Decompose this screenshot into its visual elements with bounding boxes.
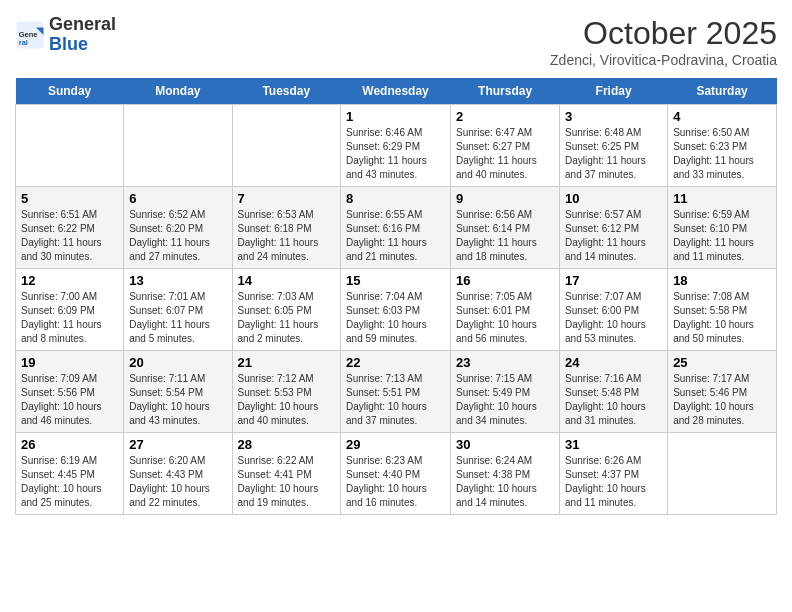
- calendar-cell: 23Sunrise: 7:15 AM Sunset: 5:49 PM Dayli…: [451, 351, 560, 433]
- logo-blue: Blue: [49, 34, 88, 54]
- day-number: 22: [346, 355, 445, 370]
- day-number: 10: [565, 191, 662, 206]
- day-number: 28: [238, 437, 336, 452]
- day-number: 26: [21, 437, 118, 452]
- calendar-cell: 1Sunrise: 6:46 AM Sunset: 6:29 PM Daylig…: [341, 105, 451, 187]
- day-info: Sunrise: 6:22 AM Sunset: 4:41 PM Dayligh…: [238, 454, 336, 510]
- day-number: 24: [565, 355, 662, 370]
- day-number: 13: [129, 273, 226, 288]
- calendar-cell: 15Sunrise: 7:04 AM Sunset: 6:03 PM Dayli…: [341, 269, 451, 351]
- day-info: Sunrise: 6:20 AM Sunset: 4:43 PM Dayligh…: [129, 454, 226, 510]
- calendar-cell: 24Sunrise: 7:16 AM Sunset: 5:48 PM Dayli…: [560, 351, 668, 433]
- page-header: Gene ral General Blue October 2025 Zdenc…: [15, 15, 777, 68]
- day-number: 29: [346, 437, 445, 452]
- day-info: Sunrise: 7:04 AM Sunset: 6:03 PM Dayligh…: [346, 290, 445, 346]
- day-info: Sunrise: 6:26 AM Sunset: 4:37 PM Dayligh…: [565, 454, 662, 510]
- day-number: 18: [673, 273, 771, 288]
- day-info: Sunrise: 7:09 AM Sunset: 5:56 PM Dayligh…: [21, 372, 118, 428]
- calendar-cell: 10Sunrise: 6:57 AM Sunset: 6:12 PM Dayli…: [560, 187, 668, 269]
- day-info: Sunrise: 6:55 AM Sunset: 6:16 PM Dayligh…: [346, 208, 445, 264]
- logo-icon: Gene ral: [15, 20, 45, 50]
- calendar-cell: 31Sunrise: 6:26 AM Sunset: 4:37 PM Dayli…: [560, 433, 668, 515]
- day-number: 5: [21, 191, 118, 206]
- day-number: 19: [21, 355, 118, 370]
- day-header-sunday: Sunday: [16, 78, 124, 105]
- calendar-cell: 6Sunrise: 6:52 AM Sunset: 6:20 PM Daylig…: [124, 187, 232, 269]
- day-number: 25: [673, 355, 771, 370]
- location: Zdenci, Virovitica-Podravina, Croatia: [550, 52, 777, 68]
- logo-general: General: [49, 14, 116, 34]
- day-number: 7: [238, 191, 336, 206]
- day-number: 30: [456, 437, 554, 452]
- day-number: 6: [129, 191, 226, 206]
- calendar-cell: 28Sunrise: 6:22 AM Sunset: 4:41 PM Dayli…: [232, 433, 341, 515]
- day-info: Sunrise: 6:52 AM Sunset: 6:20 PM Dayligh…: [129, 208, 226, 264]
- calendar-cell: 19Sunrise: 7:09 AM Sunset: 5:56 PM Dayli…: [16, 351, 124, 433]
- day-info: Sunrise: 6:59 AM Sunset: 6:10 PM Dayligh…: [673, 208, 771, 264]
- calendar-cell: 22Sunrise: 7:13 AM Sunset: 5:51 PM Dayli…: [341, 351, 451, 433]
- day-number: 2: [456, 109, 554, 124]
- day-number: 4: [673, 109, 771, 124]
- calendar-cell: 9Sunrise: 6:56 AM Sunset: 6:14 PM Daylig…: [451, 187, 560, 269]
- day-number: 21: [238, 355, 336, 370]
- day-info: Sunrise: 7:07 AM Sunset: 6:00 PM Dayligh…: [565, 290, 662, 346]
- calendar-cell: 30Sunrise: 6:24 AM Sunset: 4:38 PM Dayli…: [451, 433, 560, 515]
- day-info: Sunrise: 6:57 AM Sunset: 6:12 PM Dayligh…: [565, 208, 662, 264]
- day-number: 9: [456, 191, 554, 206]
- day-number: 27: [129, 437, 226, 452]
- day-number: 20: [129, 355, 226, 370]
- week-row-3: 12Sunrise: 7:00 AM Sunset: 6:09 PM Dayli…: [16, 269, 777, 351]
- day-info: Sunrise: 7:17 AM Sunset: 5:46 PM Dayligh…: [673, 372, 771, 428]
- day-header-friday: Friday: [560, 78, 668, 105]
- day-number: 23: [456, 355, 554, 370]
- day-header-tuesday: Tuesday: [232, 78, 341, 105]
- calendar-cell: 4Sunrise: 6:50 AM Sunset: 6:23 PM Daylig…: [668, 105, 777, 187]
- calendar-cell: 5Sunrise: 6:51 AM Sunset: 6:22 PM Daylig…: [16, 187, 124, 269]
- calendar-cell: 7Sunrise: 6:53 AM Sunset: 6:18 PM Daylig…: [232, 187, 341, 269]
- calendar-table: SundayMondayTuesdayWednesdayThursdayFrid…: [15, 78, 777, 515]
- calendar-cell: 16Sunrise: 7:05 AM Sunset: 6:01 PM Dayli…: [451, 269, 560, 351]
- calendar-cell: 8Sunrise: 6:55 AM Sunset: 6:16 PM Daylig…: [341, 187, 451, 269]
- day-info: Sunrise: 7:15 AM Sunset: 5:49 PM Dayligh…: [456, 372, 554, 428]
- day-number: 16: [456, 273, 554, 288]
- day-header-thursday: Thursday: [451, 78, 560, 105]
- title-block: October 2025 Zdenci, Virovitica-Podravin…: [550, 15, 777, 68]
- day-number: 15: [346, 273, 445, 288]
- calendar-cell: 14Sunrise: 7:03 AM Sunset: 6:05 PM Dayli…: [232, 269, 341, 351]
- calendar-cell: 26Sunrise: 6:19 AM Sunset: 4:45 PM Dayli…: [16, 433, 124, 515]
- day-number: 8: [346, 191, 445, 206]
- calendar-cell: [16, 105, 124, 187]
- day-number: 3: [565, 109, 662, 124]
- calendar-cell: 2Sunrise: 6:47 AM Sunset: 6:27 PM Daylig…: [451, 105, 560, 187]
- week-row-1: 1Sunrise: 6:46 AM Sunset: 6:29 PM Daylig…: [16, 105, 777, 187]
- calendar-cell: 21Sunrise: 7:12 AM Sunset: 5:53 PM Dayli…: [232, 351, 341, 433]
- calendar-cell: 20Sunrise: 7:11 AM Sunset: 5:54 PM Dayli…: [124, 351, 232, 433]
- day-info: Sunrise: 6:47 AM Sunset: 6:27 PM Dayligh…: [456, 126, 554, 182]
- week-row-2: 5Sunrise: 6:51 AM Sunset: 6:22 PM Daylig…: [16, 187, 777, 269]
- day-info: Sunrise: 6:48 AM Sunset: 6:25 PM Dayligh…: [565, 126, 662, 182]
- logo: Gene ral General Blue: [15, 15, 116, 55]
- day-info: Sunrise: 6:53 AM Sunset: 6:18 PM Dayligh…: [238, 208, 336, 264]
- calendar-cell: 29Sunrise: 6:23 AM Sunset: 4:40 PM Dayli…: [341, 433, 451, 515]
- day-number: 12: [21, 273, 118, 288]
- day-info: Sunrise: 6:46 AM Sunset: 6:29 PM Dayligh…: [346, 126, 445, 182]
- calendar-cell: 12Sunrise: 7:00 AM Sunset: 6:09 PM Dayli…: [16, 269, 124, 351]
- calendar-cell: 27Sunrise: 6:20 AM Sunset: 4:43 PM Dayli…: [124, 433, 232, 515]
- calendar-cell: 18Sunrise: 7:08 AM Sunset: 5:58 PM Dayli…: [668, 269, 777, 351]
- day-info: Sunrise: 7:00 AM Sunset: 6:09 PM Dayligh…: [21, 290, 118, 346]
- day-number: 14: [238, 273, 336, 288]
- day-header-saturday: Saturday: [668, 78, 777, 105]
- calendar-cell: [232, 105, 341, 187]
- day-info: Sunrise: 7:13 AM Sunset: 5:51 PM Dayligh…: [346, 372, 445, 428]
- day-info: Sunrise: 7:12 AM Sunset: 5:53 PM Dayligh…: [238, 372, 336, 428]
- day-info: Sunrise: 6:24 AM Sunset: 4:38 PM Dayligh…: [456, 454, 554, 510]
- month-title: October 2025: [550, 15, 777, 52]
- day-number: 31: [565, 437, 662, 452]
- day-number: 17: [565, 273, 662, 288]
- calendar-cell: 25Sunrise: 7:17 AM Sunset: 5:46 PM Dayli…: [668, 351, 777, 433]
- day-info: Sunrise: 7:16 AM Sunset: 5:48 PM Dayligh…: [565, 372, 662, 428]
- logo-text: General Blue: [49, 15, 116, 55]
- day-info: Sunrise: 7:08 AM Sunset: 5:58 PM Dayligh…: [673, 290, 771, 346]
- day-info: Sunrise: 6:23 AM Sunset: 4:40 PM Dayligh…: [346, 454, 445, 510]
- day-info: Sunrise: 7:01 AM Sunset: 6:07 PM Dayligh…: [129, 290, 226, 346]
